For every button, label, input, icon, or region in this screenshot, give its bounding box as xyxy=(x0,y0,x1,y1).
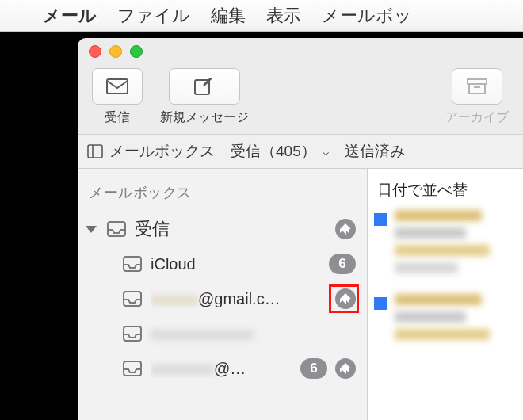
compose-icon xyxy=(193,78,216,95)
mailbox-sidebar: メールボックス 受信 iCloud 6 xxxxxx@gmail.c… xyxy=(78,169,368,420)
archive-icon xyxy=(465,78,489,95)
message-row[interactable] xyxy=(374,210,523,280)
sidebar-account-icloud[interactable]: iCloud 6 xyxy=(78,246,367,281)
inbox-icon xyxy=(122,360,143,377)
sidebar-section-title: メールボックス xyxy=(78,175,367,212)
menu-item-view[interactable]: 表示 xyxy=(266,4,301,28)
toolbar-label: 新規メッセージ xyxy=(160,109,249,126)
favbar-inbox[interactable]: 受信（405） ⌵ xyxy=(231,141,329,162)
sidebar-item-label: xxxxxxxxxxxxx xyxy=(151,325,356,343)
inbox-icon xyxy=(122,255,143,273)
unread-dot-icon xyxy=(374,213,387,226)
window-minimize-button[interactable] xyxy=(109,45,122,58)
annotation-highlight xyxy=(329,284,359,313)
toolbar-item-compose: 新規メッセージ xyxy=(160,68,249,126)
menu-item-file[interactable]: ファイル xyxy=(117,4,190,28)
unread-count-badge: 6 xyxy=(329,254,356,274)
inbox-icon xyxy=(122,325,143,342)
favbar-label: メールボックス xyxy=(109,141,215,162)
window-titlebar xyxy=(78,38,523,65)
sidebar-item-label: xxxxxxxx@… xyxy=(151,360,292,378)
toolbar-label: 受信 xyxy=(105,109,130,126)
svg-rect-7 xyxy=(88,145,102,158)
chevron-down-icon: ⌵ xyxy=(323,145,329,158)
unread-count-badge: 6 xyxy=(300,358,327,379)
menu-item-app[interactable]: メール xyxy=(43,4,97,28)
activity-badge-icon xyxy=(335,219,356,239)
sidebar-account-3[interactable]: xxxxxxxxxxxxx xyxy=(78,316,367,351)
sidebar-account-gmail[interactable]: xxxxxx@gmail.c… xyxy=(78,281,367,316)
message-preview xyxy=(395,210,523,280)
svg-rect-0 xyxy=(107,79,128,94)
toolbar-item-archive: アーカイブ xyxy=(445,68,509,126)
message-list-pane: 日付で並べ替 xyxy=(368,169,523,420)
sidebar-toggle-icon xyxy=(87,144,103,158)
window-zoom-button[interactable] xyxy=(130,45,143,58)
sort-header[interactable]: 日付で並べ替 xyxy=(374,177,523,210)
menu-item-edit[interactable]: 編集 xyxy=(211,4,246,28)
toolbar: 受信 新規メッセージ アーカイブ xyxy=(78,65,523,134)
window-body: メールボックス 受信 iCloud 6 xxxxxx@gmail.c… xyxy=(78,169,523,420)
sidebar-item-label: iCloud xyxy=(151,255,321,273)
sidebar-account-4[interactable]: xxxxxxxx@… 6 xyxy=(78,351,367,386)
archive-button[interactable] xyxy=(452,68,502,105)
inbox-icon xyxy=(122,290,143,307)
disclosure-triangle-icon[interactable] xyxy=(86,226,97,233)
get-mail-button[interactable] xyxy=(92,68,143,105)
toolbar-label: アーカイブ xyxy=(445,109,509,126)
envelope-icon xyxy=(105,78,129,95)
compose-button[interactable] xyxy=(169,68,240,105)
mail-window: 受信 新規メッセージ アーカイブ メールボックス 受信（4 xyxy=(78,38,523,420)
favbar-label: 送信済み xyxy=(345,141,405,162)
sidebar-inbox-row[interactable]: 受信 xyxy=(78,212,367,246)
window-close-button[interactable] xyxy=(89,45,101,58)
message-row[interactable] xyxy=(374,294,523,346)
toolbar-item-inbox: 受信 xyxy=(92,68,143,126)
favbar-mailboxes[interactable]: メールボックス xyxy=(87,141,215,162)
inbox-icon xyxy=(106,220,127,238)
sidebar-item-label: 受信 xyxy=(135,217,327,241)
favbar-sent[interactable]: 送信済み xyxy=(345,141,405,162)
activity-badge-icon xyxy=(335,358,356,379)
sidebar-item-label: xxxxxx@gmail.c… xyxy=(151,290,327,308)
svg-line-3 xyxy=(204,78,212,86)
menu-item-mailbox[interactable]: メールボッ xyxy=(322,4,412,28)
svg-rect-5 xyxy=(469,84,485,94)
unread-dot-icon xyxy=(374,297,387,310)
favorites-bar: メールボックス 受信（405） ⌵ 送信済み xyxy=(78,134,523,169)
menu-bar: メール ファイル 編集 表示 メールボッ xyxy=(0,0,523,32)
message-preview xyxy=(395,294,523,346)
favbar-label: 受信（405） xyxy=(231,141,316,162)
